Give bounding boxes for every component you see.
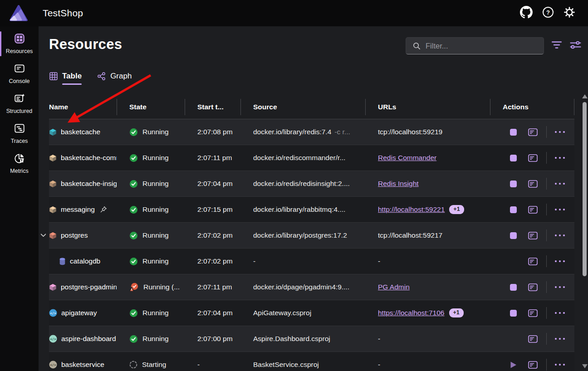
source-cell: docker.io/dpage/pgadmin4:9.... [240,274,365,300]
source-args: -c r... [334,128,350,136]
sidebar-item-structured[interactable]: Structured [0,89,39,119]
resource-name-cell: </> basketservice [49,352,117,371]
primary-action-slot [510,335,517,343]
resource-state-cell: Running [117,249,185,274]
more-actions-button[interactable] [554,234,565,237]
state-icon [129,309,138,317]
scroll-up-arrow-icon[interactable] [582,94,588,98]
table-row[interactable]: messaging Running 2:07:15 pm docker.io/l… [49,197,574,223]
urls-cell: tcp://localhost:59219 [365,119,490,145]
sidebar-item-label: Metrics [10,168,28,174]
scroll-down-arrow-icon[interactable] [582,364,588,368]
app-title: TestShop [43,8,83,19]
table-row[interactable]: basketcache Running 2:07:08 pm docker.io… [49,119,574,145]
console-logs-button[interactable] [528,258,538,265]
stop-button[interactable] [510,310,517,317]
tab-graph[interactable]: Graph [97,71,132,87]
console-logs-button[interactable] [528,128,538,136]
console-logs-button[interactable] [528,335,538,343]
stop-button[interactable] [510,232,517,239]
resource-name: basketcache-commander [61,154,117,162]
source-text: docker.io/dpage/pgadmin4:9.... [253,283,349,291]
state-label: Running [142,231,169,239]
more-actions-button[interactable] [554,131,565,133]
filter-toolbar [406,37,582,54]
table-row[interactable]: catalogdb Running 2:07:02 pm - - [49,249,574,274]
resource-url-link[interactable]: Redis Insight [378,180,419,188]
actions-cell [490,326,574,351]
sidebar-item-console[interactable]: Console [0,59,39,89]
sidebar-item-resources[interactable]: Resources [0,29,39,59]
help-icon[interactable]: ? [542,6,554,20]
state-label: Running [142,309,169,317]
more-actions-button[interactable] [554,208,565,211]
source-cell: docker.io/library/rabbitmq:4.... [240,197,365,222]
console-logs-button[interactable] [528,309,538,317]
more-actions-button[interactable] [554,182,565,185]
console-logs-button[interactable] [528,154,538,162]
stop-button[interactable] [510,284,517,291]
actions-cell [490,274,574,300]
table-row[interactable]: basketcache-insight Running 2:07:04 pm d… [49,171,574,197]
running-status-icon [129,309,138,317]
source-text: docker.io/library/rabbitmq:4.... [253,205,345,214]
console-logs-button[interactable] [528,206,538,214]
filter-box[interactable] [406,37,544,54]
sidebar-item-label: Structured [6,108,33,114]
table-grid-icon [49,72,58,81]
additional-urls-badge[interactable]: +1 [449,205,464,214]
more-actions-button[interactable] [554,312,565,314]
start-time: 2:07:15 pm [185,197,240,222]
resource-type-icon: </> [49,335,57,343]
tab-graph-label: Graph [110,72,132,85]
primary-action-slot [510,205,517,214]
more-actions-button[interactable] [554,363,565,366]
resource-state-cell: Running [117,197,185,222]
resource-url-link[interactable]: Redis Commander [378,154,436,162]
running-status-icon [129,257,138,266]
stop-button[interactable] [510,181,517,187]
console-logs-button[interactable] [528,180,538,188]
resource-url-link[interactable]: https://localhost:7106 [378,309,445,317]
stop-button[interactable] [510,155,517,161]
scrollbar-thumb[interactable] [583,102,587,276]
running-status-icon [129,231,138,240]
start-button[interactable] [510,361,517,369]
table-row[interactable]: basketcache-commander Running 2:07:11 pm… [49,145,574,171]
stop-button[interactable] [510,129,517,136]
resource-url-link[interactable]: http://localhost:59221 [378,205,445,214]
console-logs-button[interactable] [528,361,538,369]
more-actions-button[interactable] [554,337,565,340]
table-row[interactable]: postgres Running 2:07:02 pm docker.io/li… [49,223,574,249]
filter-input[interactable] [426,42,539,50]
more-actions-button[interactable] [554,286,565,288]
resource-state-cell: Running (... [117,274,185,300]
table-row[interactable]: </> apigateway Running 2:07:04 pm ApiGat… [49,300,574,326]
more-actions-button[interactable] [554,156,565,159]
sidebar-item-traces[interactable]: Traces [0,119,39,149]
additional-urls-badge[interactable]: +1 [449,308,464,317]
table-row[interactable]: </> aspire-dashboard Running 2:07:00 pm … [49,326,574,352]
tab-table[interactable]: Table [49,71,82,87]
resource-url-link[interactable]: PG Admin [378,283,410,291]
stop-button[interactable] [510,206,517,213]
console-logs-button[interactable] [528,283,538,291]
actions-divider [546,333,547,345]
pin-icon[interactable] [100,206,107,213]
settings-gear-icon[interactable] [564,6,575,20]
actions-divider [546,152,547,164]
vertical-scrollbar[interactable] [582,94,588,368]
resource-name: postgres [61,231,88,239]
start-time: 2:07:08 pm [185,119,240,145]
sidebar-item-metrics[interactable]: Metrics [0,149,39,179]
more-actions-button[interactable] [554,260,565,263]
expand-chevron-icon[interactable] [40,234,46,238]
source-cell: docker.io/library/postgres:17.2 [240,223,365,248]
table-row[interactable]: postgres-pgadmin Running (... 2:07:11 pm… [49,274,574,300]
github-icon[interactable] [520,6,533,20]
table-row[interactable]: </> basketservice Starting - BasketServi… [49,352,574,371]
console-logs-button[interactable] [528,232,538,239]
filter-lines-icon[interactable] [551,40,562,51]
running-warning-status-icon [129,283,139,292]
column-options-sliders-icon[interactable] [569,40,582,52]
